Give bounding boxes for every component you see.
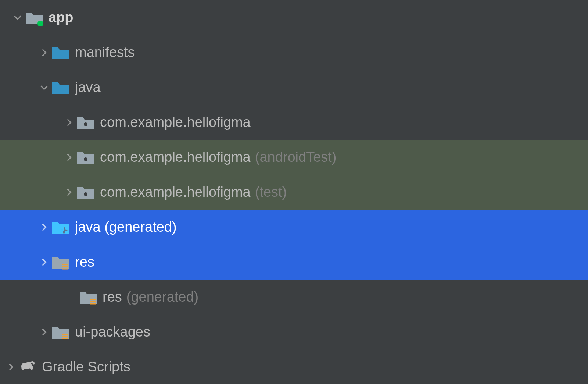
tree-item-gradle-scripts[interactable]: Gradle Scripts xyxy=(0,349,588,384)
svg-point-1 xyxy=(84,122,87,126)
resource-folder-icon xyxy=(51,254,70,270)
project-tree: app manifests java xyxy=(0,0,588,384)
svg-point-3 xyxy=(84,192,87,196)
folder-icon xyxy=(51,45,70,61)
tree-item-res-generated[interactable]: res (generated) xyxy=(0,280,588,314)
chevron-down-icon xyxy=(37,80,51,95)
tree-item-java-generated[interactable]: java (generated) xyxy=(0,210,588,245)
tree-label: app xyxy=(49,10,74,25)
tree-item-res[interactable]: res xyxy=(0,245,588,280)
tree-label-suffix: (generated) xyxy=(126,289,198,305)
chevron-right-icon xyxy=(62,185,76,200)
chevron-right-icon xyxy=(37,325,51,339)
package-folder-icon xyxy=(76,184,95,200)
tree-item-ui-packages[interactable]: ui-packages xyxy=(0,314,588,349)
chevron-right-icon xyxy=(62,115,76,130)
tree-item-package-main[interactable]: com.example.hellofigma xyxy=(0,105,588,140)
package-folder-icon xyxy=(76,114,95,131)
chevron-right-icon xyxy=(62,150,76,165)
chevron-right-icon xyxy=(37,220,51,235)
tree-item-package-android-test[interactable]: com.example.hellofigma (androidTest) xyxy=(0,140,588,175)
tree-label: java xyxy=(75,79,101,95)
tree-label: res xyxy=(103,289,122,305)
chevron-right-icon xyxy=(37,255,51,270)
resource-folder-icon xyxy=(79,289,97,305)
tree-label: java (generated) xyxy=(75,219,177,235)
module-folder-icon xyxy=(25,10,43,26)
chevron-right-icon xyxy=(4,360,18,374)
chevron-right-icon xyxy=(37,45,51,60)
tree-label: Gradle Scripts xyxy=(42,359,130,375)
tree-label: com.example.hellofigma xyxy=(100,114,251,130)
tree-label: manifests xyxy=(75,45,135,60)
tree-label: res xyxy=(75,254,94,270)
tree-label: ui-packages xyxy=(75,324,150,340)
tree-label: com.example.hellofigma xyxy=(100,184,251,200)
tree-item-java[interactable]: java xyxy=(0,70,588,105)
chevron-down-icon xyxy=(10,10,25,25)
tree-label-suffix: (test) xyxy=(255,184,287,200)
package-folder-icon xyxy=(76,149,95,166)
gradle-elephant-icon xyxy=(18,359,37,375)
svg-point-2 xyxy=(84,157,87,161)
resource-folder-icon xyxy=(51,324,70,340)
tree-item-app[interactable]: app xyxy=(0,0,588,35)
tree-label-suffix: (androidTest) xyxy=(255,149,337,165)
folder-icon xyxy=(51,79,70,96)
generated-folder-icon xyxy=(51,219,70,235)
tree-label: com.example.hellofigma xyxy=(100,149,251,165)
tree-item-package-test[interactable]: com.example.hellofigma (test) xyxy=(0,175,588,210)
tree-item-manifests[interactable]: manifests xyxy=(0,35,588,70)
